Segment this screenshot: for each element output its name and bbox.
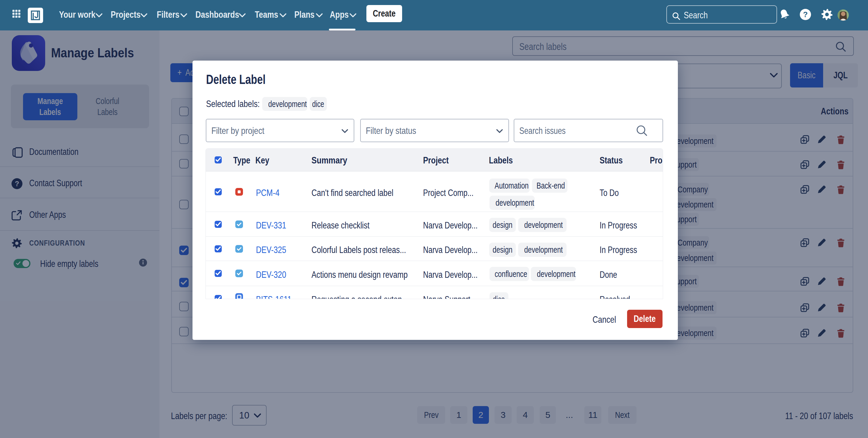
svg-text:?: ? [803,10,808,19]
